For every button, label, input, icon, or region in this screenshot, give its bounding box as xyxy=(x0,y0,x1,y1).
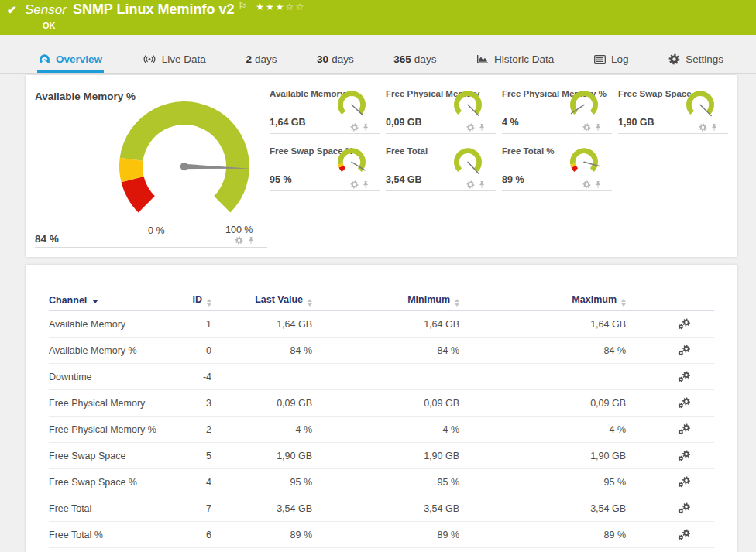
channel-name: Free Physical Memory xyxy=(49,398,173,409)
gear-icon[interactable] xyxy=(582,180,591,189)
channel-settings-icon[interactable] xyxy=(678,371,691,382)
channel-maximum: 4 % xyxy=(459,424,626,435)
tab-historic-data[interactable]: Historic Data xyxy=(475,48,555,73)
gear-icon[interactable] xyxy=(582,123,591,132)
pin-icon[interactable] xyxy=(247,236,255,245)
channel-name: Free Physical Memory % xyxy=(49,424,173,435)
mini-gauge-card-free-swap-space: Free Swap Space1,90 GB xyxy=(618,84,728,134)
channel-last-value: 0,09 GB xyxy=(211,398,312,409)
sort-desc-icon xyxy=(92,300,98,303)
tab-log[interactable]: Log xyxy=(593,48,631,73)
mini-gauge-card-available-memory: Available Memory1,64 GB xyxy=(270,84,380,134)
channel-minimum: 0,09 GB xyxy=(312,398,459,409)
channel-settings-icon[interactable] xyxy=(678,502,691,514)
channel-maximum: 0,09 GB xyxy=(459,398,626,409)
channel-name: Available Memory xyxy=(49,319,173,330)
channel-minimum: 95 % xyxy=(312,477,459,488)
log-icon xyxy=(594,55,606,64)
channel-id: 0 xyxy=(173,345,211,356)
channel-id: 6 xyxy=(173,530,211,540)
table-row: Free Physical Memory %24 %4 %4 % xyxy=(49,417,714,443)
primary-gauge-actions xyxy=(235,236,255,245)
channel-last-value: 1,90 GB xyxy=(211,451,312,461)
channel-settings-icon[interactable] xyxy=(678,318,691,330)
pin-icon[interactable] xyxy=(478,180,486,189)
mini-gauge-available-memory xyxy=(333,87,370,125)
tab-settings[interactable]: Settings xyxy=(667,48,725,73)
mini-gauge-card-free-swap-space-pct: Free Swap Space %95 % xyxy=(270,142,380,191)
channel-name: Free Swap Space xyxy=(49,451,173,461)
tab-label: Settings xyxy=(686,53,723,65)
flag-icon[interactable]: ⚐ xyxy=(239,1,247,12)
column-header-id[interactable]: ID xyxy=(173,294,211,307)
tab-number: 2 xyxy=(246,53,252,65)
chart-icon xyxy=(476,54,489,64)
gauge-max-label: 100 % xyxy=(225,225,253,235)
column-header-max[interactable]: Maximum xyxy=(459,294,626,307)
gear-icon[interactable] xyxy=(350,123,359,132)
channel-settings-icon[interactable] xyxy=(678,529,691,540)
mini-gauge-card-free-physical-memory-pct: Free Physical Memory %4 % xyxy=(502,84,612,134)
channel-settings-icon[interactable] xyxy=(678,397,691,409)
pin-icon[interactable] xyxy=(594,123,602,132)
mini-gauge-value: 4 % xyxy=(502,117,519,128)
column-label: Maximum xyxy=(572,294,617,305)
channel-last-value: 95 % xyxy=(211,477,312,488)
channel-name: Free Total % xyxy=(49,530,173,540)
gauges-panel: Available Memory % 0 % 100 % 84 % Availa… xyxy=(26,75,737,257)
gauge-min-label: 0 % xyxy=(148,225,165,236)
channel-id: 7 xyxy=(173,503,211,514)
table-row: Available Memory11,64 GB1,64 GB1,64 GB xyxy=(49,311,714,338)
rating-stars[interactable]: ★★★☆☆ xyxy=(256,2,305,12)
gear-icon[interactable] xyxy=(466,180,475,189)
pin-icon[interactable] xyxy=(362,180,369,189)
primary-gauge-value: 84 % xyxy=(35,233,59,245)
pin-icon[interactable] xyxy=(362,123,369,132)
column-label: Last Value xyxy=(255,294,303,305)
tab-live-data[interactable]: Live Data xyxy=(141,48,208,73)
gear-icon[interactable] xyxy=(350,180,359,189)
column-header-min[interactable]: Minimum xyxy=(312,294,459,307)
channel-settings-icon[interactable] xyxy=(678,476,691,488)
channel-id: 5 xyxy=(173,451,211,461)
channel-id: 1 xyxy=(173,319,211,330)
pin-icon[interactable] xyxy=(594,180,602,189)
mini-gauge-card-free-physical-memory: Free Physical Memory0,09 GB xyxy=(386,84,496,134)
channel-settings-icon[interactable] xyxy=(678,450,691,461)
mini-gauge-card-free-total-pct: Free Total %89 % xyxy=(502,142,612,191)
mini-gauge-free-physical-memory xyxy=(449,87,486,125)
channel-settings-icon[interactable] xyxy=(678,345,691,356)
tab-label: Historic Data xyxy=(494,53,554,65)
primary-gauge-card: Available Memory % 0 % 100 % 84 % xyxy=(35,84,267,248)
channel-maximum: 95 % xyxy=(459,477,626,488)
gear-icon[interactable] xyxy=(699,123,707,132)
tab-label: Log xyxy=(611,53,629,65)
tab-2-days[interactable]: 2days xyxy=(244,48,278,73)
mini-gauge-value: 1,64 GB xyxy=(270,117,306,128)
column-label: ID xyxy=(193,294,203,305)
mini-gauge-grid: Available Memory1,64 GBFree Physical Mem… xyxy=(270,84,728,248)
sort-icon xyxy=(621,299,626,307)
tab-30-days[interactable]: 30days xyxy=(315,48,356,73)
mini-gauge-value: 1,90 GB xyxy=(618,117,655,128)
pin-icon[interactable] xyxy=(710,123,718,132)
channel-settings-icon[interactable] xyxy=(678,423,691,435)
channel-id: 2 xyxy=(173,424,211,435)
tab-365-days[interactable]: 365days xyxy=(392,48,438,73)
mini-gauge-value: 3,54 GB xyxy=(386,174,422,185)
channel-last-value: 89 % xyxy=(211,530,312,540)
tab-overview[interactable]: Overview xyxy=(37,48,104,73)
gear-icon[interactable] xyxy=(235,236,243,245)
pin-icon[interactable] xyxy=(478,123,486,132)
column-header-last[interactable]: Last Value xyxy=(211,294,312,307)
gear-icon[interactable] xyxy=(466,123,475,132)
channel-name: Available Memory % xyxy=(49,345,173,356)
channel-name: Free Swap Space % xyxy=(49,477,173,488)
channel-table-header: ChannelIDLast ValueMinimumMaximum xyxy=(49,290,714,311)
channel-maximum: 3,54 GB xyxy=(459,503,626,514)
column-header-name[interactable]: Channel xyxy=(49,295,173,306)
mini-gauge-value: 89 % xyxy=(502,174,524,185)
tab-label: Live Data xyxy=(162,53,206,65)
channel-last-value: 3,54 GB xyxy=(211,503,312,514)
broadcast-icon xyxy=(143,54,156,64)
